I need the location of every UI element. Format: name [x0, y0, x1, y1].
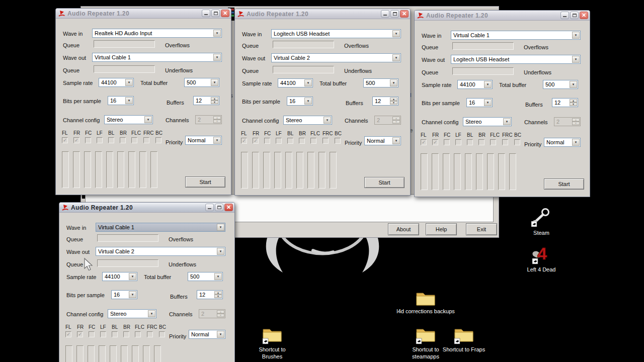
wave-out-combobox[interactable]: Logitech USB Headset ▼	[451, 55, 581, 64]
sample-rate-combobox[interactable]: 44100 ▼	[99, 78, 134, 87]
chevron-down-icon[interactable]: ▼	[324, 117, 331, 124]
maximize-button[interactable]	[215, 204, 223, 211]
chevron-down-icon[interactable]: ▼	[144, 116, 152, 123]
window-titlebar[interactable]: Audio Repeater 1.20 ✕	[59, 203, 234, 213]
desktop-icon-shortcut-brushes[interactable]: Shortcut to Brushes	[250, 326, 295, 360]
total-buffer-combobox[interactable]: 500 ▼	[543, 80, 578, 89]
desktop-icon-left4dead[interactable]: 4 Left 4 Dead	[518, 243, 565, 274]
chevron-down-icon[interactable]: ▼	[392, 54, 400, 61]
total-buffer-combobox[interactable]: 500 ▼	[363, 78, 398, 87]
chevron-down-icon[interactable]: ▼	[484, 81, 492, 88]
exit-button[interactable]: Exit	[466, 223, 497, 235]
bits-per-sample-combobox[interactable]: 16 ▼	[111, 290, 137, 299]
maximize-button[interactable]	[390, 10, 399, 18]
chevron-down-icon[interactable]: ▼	[392, 30, 400, 37]
chevron-down-icon[interactable]: ▼	[484, 99, 492, 106]
wave-out-combobox[interactable]: Virtual Cable 2 ▼	[96, 247, 225, 256]
bits-per-sample-combobox[interactable]: 16 ▼	[287, 97, 313, 106]
buffers-spinner[interactable]: 12 ▲▼	[197, 290, 223, 299]
close-button[interactable]: ✕	[580, 12, 588, 19]
chevron-down-icon[interactable]: ▼	[304, 79, 312, 86]
queue-in-label: Queue	[242, 43, 259, 49]
spin-up-icon[interactable]: ▲	[390, 98, 397, 101]
sample-rate-combobox[interactable]: 44100 ▼	[102, 272, 137, 281]
desktop-icon-l4d-corrections-backups[interactable]: l4d corrections backups	[396, 290, 455, 315]
start-button[interactable]: Start	[544, 178, 584, 190]
spin-down-icon[interactable]: ▼	[570, 103, 577, 106]
chevron-down-icon[interactable]: ▼	[148, 310, 155, 317]
chevron-down-icon[interactable]: ▼	[211, 79, 218, 86]
priority-combobox[interactable]: Normal ▼	[364, 136, 401, 145]
buffers-spinner[interactable]: 12 ▲▼	[552, 98, 578, 107]
spin-down-icon[interactable]: ▼	[214, 295, 222, 298]
spin-down-icon[interactable]: ▼	[211, 101, 218, 104]
channel-config-combobox[interactable]: Stereo ▼	[104, 115, 153, 124]
sample-rate-combobox[interactable]: 44100 ▼	[457, 80, 493, 89]
desktop-icon-steam[interactable]: Steam	[518, 206, 565, 237]
minimize-button[interactable]	[560, 12, 569, 19]
priority-combobox[interactable]: Normal ▼	[189, 330, 225, 339]
bits-per-sample-combobox[interactable]: 16 ▼	[108, 96, 134, 105]
priority-combobox[interactable]: Normal ▼	[544, 138, 581, 147]
spin-up-icon[interactable]: ▲	[214, 291, 222, 295]
chevron-down-icon[interactable]: ▼	[125, 97, 133, 104]
spin-down-icon[interactable]: ▼	[390, 101, 397, 105]
maximize-button[interactable]	[570, 12, 579, 19]
chevron-down-icon[interactable]: ▼	[304, 98, 312, 105]
bits-per-sample-combobox[interactable]: 16 ▼	[466, 98, 493, 107]
desktop-icon-shortcut-fraps[interactable]: Shortcut to Fraps	[440, 326, 488, 353]
chevron-down-icon[interactable]: ▼	[213, 137, 221, 144]
chevron-down-icon[interactable]: ▼	[217, 248, 224, 255]
sample-rate-combobox[interactable]: 44100 ▼	[278, 78, 313, 87]
wave-in-combobox[interactable]: Realtek HD Audio Input ▼	[92, 29, 222, 38]
chevron-down-icon[interactable]: ▼	[392, 137, 400, 144]
maximize-button[interactable]	[211, 10, 220, 17]
window-titlebar[interactable]: Audio Repeater 1.20 ✕	[235, 9, 410, 19]
spin-up-icon[interactable]: ▲	[570, 99, 577, 103]
channel-config-combobox[interactable]: Stereo ▼	[283, 116, 332, 125]
wave-out-combobox[interactable]: Virtual Cable 1 ▼	[92, 53, 222, 62]
close-button[interactable]: ✕	[221, 10, 229, 17]
chevron-down-icon[interactable]: ▼	[213, 54, 221, 61]
chevron-down-icon[interactable]: ▼	[129, 273, 136, 280]
chevron-down-icon[interactable]: ▼	[125, 79, 133, 86]
buffers-spinner[interactable]: 12 ▲▼	[372, 97, 398, 106]
wave-in-combobox[interactable]: Virtual Cable 1 ▼	[96, 223, 225, 232]
window-titlebar[interactable]: Audio Repeater 1.20 ✕	[415, 11, 590, 21]
spin-up-icon[interactable]: ▲	[211, 97, 218, 101]
chevron-down-icon[interactable]: ▼	[572, 32, 580, 39]
minimize-button[interactable]	[205, 204, 214, 211]
about-button[interactable]: About	[388, 223, 419, 235]
channel-config-combobox[interactable]: Stereo ▼	[108, 309, 156, 318]
wave-out-combobox[interactable]: Virtual Cable 2 ▼	[271, 53, 401, 62]
help-button[interactable]: Help	[426, 223, 457, 235]
chevron-down-icon[interactable]: ▼	[214, 273, 222, 280]
total-buffer-combobox[interactable]: 500 ▼	[188, 272, 223, 281]
buffers-spinner[interactable]: 12 ▲▼	[193, 96, 219, 105]
wave-out-label: Wave out	[63, 55, 86, 61]
close-button[interactable]: ✕	[400, 10, 409, 18]
chevron-down-icon[interactable]: ▼	[217, 224, 224, 231]
priority-combobox[interactable]: Normal ▼	[185, 136, 222, 145]
channel-config-combobox[interactable]: Stereo ▼	[463, 117, 512, 126]
window-titlebar[interactable]: Audio Repeater 1.20 ✕	[56, 9, 231, 19]
total-buffer-label: Total buffer	[144, 274, 171, 280]
chevron-down-icon[interactable]: ▼	[570, 81, 577, 88]
minimize-button[interactable]	[381, 10, 389, 18]
level-meter-bar	[132, 345, 139, 362]
chevron-down-icon[interactable]: ▼	[572, 139, 580, 146]
wave-in-combobox[interactable]: Logitech USB Headset ▼	[271, 29, 401, 38]
chevron-down-icon[interactable]: ▼	[217, 331, 224, 338]
chevron-down-icon[interactable]: ▼	[572, 56, 580, 63]
folder-shortcut-icon	[262, 326, 283, 345]
chevron-down-icon[interactable]: ▼	[129, 291, 136, 298]
close-button[interactable]: ✕	[224, 204, 233, 211]
chevron-down-icon[interactable]: ▼	[213, 30, 221, 37]
chevron-down-icon[interactable]: ▼	[390, 79, 397, 86]
start-button[interactable]: Start	[185, 176, 225, 188]
wave-in-combobox[interactable]: Virtual Cable 1 ▼	[451, 31, 581, 40]
total-buffer-combobox[interactable]: 500 ▼	[184, 78, 219, 87]
minimize-button[interactable]	[202, 10, 210, 17]
start-button[interactable]: Start	[364, 177, 405, 188]
chevron-down-icon[interactable]: ▼	[503, 118, 511, 125]
